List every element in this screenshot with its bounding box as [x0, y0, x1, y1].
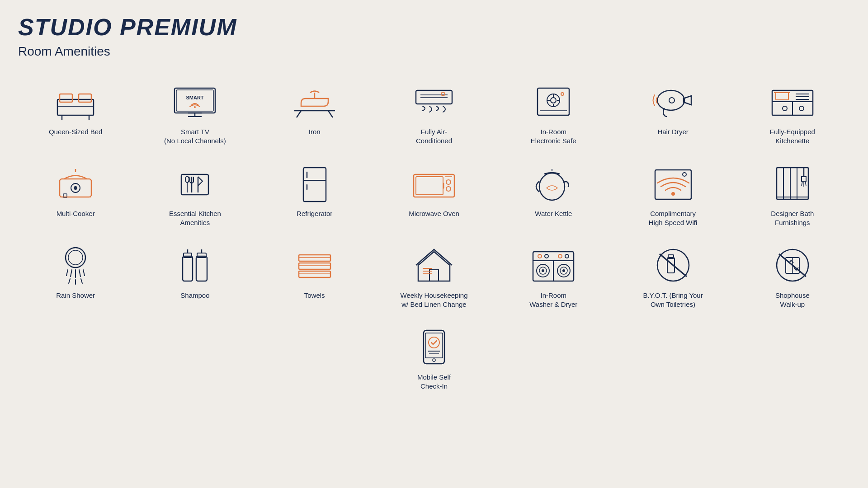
ac-label: Fully Air-Conditioned — [416, 127, 452, 145]
page-title: STUDIO PREMIUM — [18, 14, 850, 41]
svg-rect-20 — [538, 88, 569, 115]
shophouse-label: ShophouseWalk-up — [775, 291, 810, 309]
svg-point-9 — [194, 106, 196, 108]
rain-shower-icon — [51, 245, 100, 286]
smart-tv-label: Smart TV(No Local Channels) — [164, 127, 226, 145]
svg-point-54 — [185, 176, 189, 183]
amenity-shophouse: ShophouseWalk-up — [735, 240, 850, 313]
amenity-rain-shower: Rain Shower — [18, 240, 133, 313]
multi-cooker-icon — [51, 163, 100, 204]
svg-line-84 — [83, 270, 85, 276]
kitchenette-label: Fully-EquippedKitchenette — [770, 127, 815, 145]
svg-line-75 — [802, 181, 802, 186]
smart-tv-icon: SMART — [170, 81, 220, 122]
amenity-mobile-checkin: Mobile SelfCheck-In — [375, 322, 494, 395]
shampoo-label: Shampoo — [180, 291, 209, 300]
hair-dryer-icon — [648, 81, 698, 122]
amenity-ac: Fully Air-Conditioned — [377, 77, 491, 150]
amenity-housekeeping: Weekly Housekeepingw/ Bed Linen Change — [377, 240, 491, 313]
amenity-smart-tv: SMART Smart TV(No Local Channels) — [137, 77, 252, 150]
svg-rect-89 — [184, 253, 192, 258]
svg-point-62 — [446, 180, 451, 184]
washer-dryer-label: In-RoomWasher & Dryer — [529, 291, 577, 309]
housekeeping-icon — [409, 245, 459, 286]
svg-text:SMART: SMART — [186, 95, 204, 100]
svg-line-13 — [297, 111, 301, 117]
amenity-byot: B.Y.O.T. (Bring YourOwn Toiletries) — [615, 240, 730, 313]
svg-point-29 — [657, 90, 684, 110]
svg-point-113 — [545, 254, 548, 258]
svg-point-129 — [433, 359, 435, 361]
svg-line-77 — [805, 181, 806, 186]
svg-point-79 — [68, 250, 83, 265]
washer-dryer-icon — [528, 245, 578, 286]
amenity-towels: Towels — [257, 240, 372, 313]
svg-point-114 — [558, 254, 562, 258]
svg-point-69 — [683, 173, 686, 176]
shampoo-icon — [170, 245, 220, 286]
rain-shower-label: Rain Shower — [56, 291, 95, 300]
kitchen-amenities-label: Essential KitchenAmenities — [169, 209, 221, 227]
wifi-label: ComplimentaryHigh Speed Wifi — [649, 209, 698, 227]
amenity-safe: In-RoomElectronic Safe — [496, 77, 611, 150]
kitchen-amenities-icon — [170, 163, 220, 204]
svg-rect-92 — [197, 253, 206, 258]
svg-rect-98 — [299, 271, 330, 277]
svg-rect-6 — [175, 88, 215, 113]
mobile-checkin-icon — [409, 327, 459, 367]
svg-line-83 — [79, 270, 80, 277]
bath-furnishings-icon — [768, 163, 817, 204]
bath-furnishings-label: Designer BathFurnishings — [771, 209, 814, 227]
svg-point-22 — [551, 98, 556, 103]
amenity-microwave: Microwave Oven — [377, 159, 491, 231]
svg-rect-60 — [416, 177, 443, 195]
amenity-shampoo: Shampoo — [137, 240, 252, 313]
svg-point-115 — [565, 254, 569, 258]
shophouse-icon — [768, 245, 817, 286]
svg-rect-96 — [299, 263, 330, 269]
amenity-washer-dryer: In-RoomWasher & Dryer — [496, 240, 611, 313]
queen-bed-label: Queen-Sized Bed — [49, 127, 102, 136]
svg-rect-16 — [416, 90, 452, 104]
microwave-label: Microwave Oven — [409, 209, 459, 218]
amenities-grid: Queen-Sized Bed SMART Smart TV(No Local … — [18, 77, 850, 395]
svg-rect-2 — [79, 94, 91, 102]
water-kettle-label: Water Kettle — [535, 209, 572, 218]
svg-point-44 — [74, 186, 77, 190]
section-title: Room Amenities — [18, 44, 850, 59]
svg-point-39 — [783, 106, 787, 111]
amenity-bath-furnishings: Designer BathFurnishings — [735, 159, 850, 231]
hair-dryer-label: Hair Dryer — [657, 127, 688, 136]
amenity-queen-bed: Queen-Sized Bed — [18, 77, 133, 150]
svg-point-63 — [446, 187, 451, 191]
water-kettle-icon — [528, 163, 578, 204]
iron-icon — [290, 81, 340, 122]
multi-cooker-label: Multi-Cooker — [57, 209, 95, 218]
safe-label: In-RoomElectronic Safe — [531, 127, 576, 145]
iron-label: Iron — [309, 127, 321, 136]
svg-point-126 — [429, 337, 439, 348]
amenity-kitchen-amenities: Essential KitchenAmenities — [137, 159, 252, 231]
svg-point-111 — [562, 269, 565, 272]
svg-rect-1 — [60, 94, 72, 102]
svg-point-108 — [542, 269, 544, 272]
amenity-iron: Iron — [257, 77, 372, 150]
svg-point-68 — [671, 192, 675, 196]
queen-bed-icon — [51, 81, 100, 122]
svg-rect-94 — [299, 255, 330, 261]
housekeeping-label: Weekly Housekeepingw/ Bed Linen Change — [401, 291, 468, 309]
svg-rect-59 — [414, 174, 454, 197]
microwave-icon — [409, 163, 459, 204]
svg-line-81 — [71, 270, 72, 277]
amenity-kitchenette: Fully-EquippedKitchenette — [735, 77, 850, 150]
svg-point-65 — [539, 173, 565, 200]
kitchenette-icon — [768, 81, 817, 122]
svg-point-30 — [669, 98, 675, 103]
svg-line-85 — [69, 279, 70, 283]
amenity-wifi: ComplimentaryHigh Speed Wifi — [615, 159, 730, 231]
svg-rect-88 — [183, 256, 193, 281]
amenity-multi-cooker: Multi-Cooker — [18, 159, 133, 231]
byot-icon — [648, 245, 698, 286]
svg-point-19 — [441, 92, 445, 96]
svg-line-80 — [66, 270, 68, 276]
